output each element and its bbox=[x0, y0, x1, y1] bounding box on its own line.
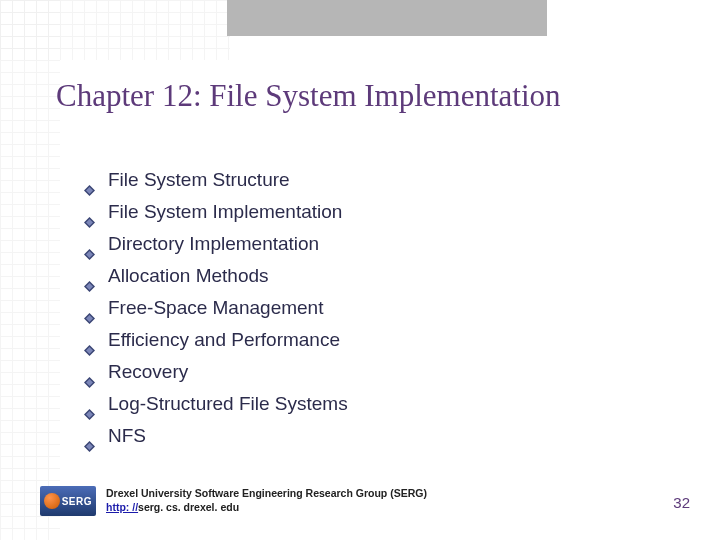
bg-grid-left bbox=[0, 0, 60, 540]
logo-text: SERG bbox=[62, 496, 92, 507]
diamond-bullet-icon bbox=[84, 334, 95, 345]
page-number: 32 bbox=[673, 494, 690, 511]
list-item-label: Allocation Methods bbox=[108, 265, 269, 286]
footer-org: Drexel University Software Engineering R… bbox=[106, 487, 427, 499]
list-item: File System Structure bbox=[84, 164, 348, 196]
diamond-bullet-icon bbox=[84, 174, 95, 185]
topic-list: File System Structure File System Implem… bbox=[84, 164, 348, 452]
diamond-bullet-icon bbox=[84, 398, 95, 409]
serg-logo: SERG bbox=[40, 486, 96, 516]
list-item-label: File System Structure bbox=[108, 169, 290, 190]
diamond-bullet-icon bbox=[84, 206, 95, 217]
diamond-bullet-icon bbox=[84, 366, 95, 377]
diamond-bullet-icon bbox=[84, 302, 95, 313]
list-item-label: Directory Implementation bbox=[108, 233, 319, 254]
diamond-bullet-icon bbox=[84, 238, 95, 249]
diamond-bullet-icon bbox=[84, 270, 95, 281]
list-item: File System Implementation bbox=[84, 196, 348, 228]
list-item-label: Recovery bbox=[108, 361, 188, 382]
logo-orb-icon bbox=[44, 493, 60, 509]
list-item: Directory Implementation bbox=[84, 228, 348, 260]
list-item: Recovery bbox=[84, 356, 348, 388]
list-item-label: Log-Structured File Systems bbox=[108, 393, 348, 414]
list-item-label: Efficiency and Performance bbox=[108, 329, 340, 350]
footer-link-host: serg. cs. drexel. edu bbox=[138, 501, 239, 513]
list-item-label: Free-Space Management bbox=[108, 297, 323, 318]
list-item-label: NFS bbox=[108, 425, 146, 446]
bg-grid-top bbox=[0, 0, 230, 60]
diamond-bullet-icon bbox=[84, 430, 95, 441]
footer-attribution: Drexel University Software Engineering R… bbox=[106, 486, 427, 514]
top-accent-bar bbox=[227, 0, 547, 36]
list-item-label: File System Implementation bbox=[108, 201, 342, 222]
list-item: Log-Structured File Systems bbox=[84, 388, 348, 420]
list-item: Efficiency and Performance bbox=[84, 324, 348, 356]
slide-title: Chapter 12: File System Implementation bbox=[56, 78, 690, 114]
slide-footer: SERG Drexel University Software Engineer… bbox=[40, 484, 690, 522]
footer-link[interactable]: http: // bbox=[106, 501, 138, 513]
list-item: NFS bbox=[84, 420, 348, 452]
list-item: Free-Space Management bbox=[84, 292, 348, 324]
list-item: Allocation Methods bbox=[84, 260, 348, 292]
